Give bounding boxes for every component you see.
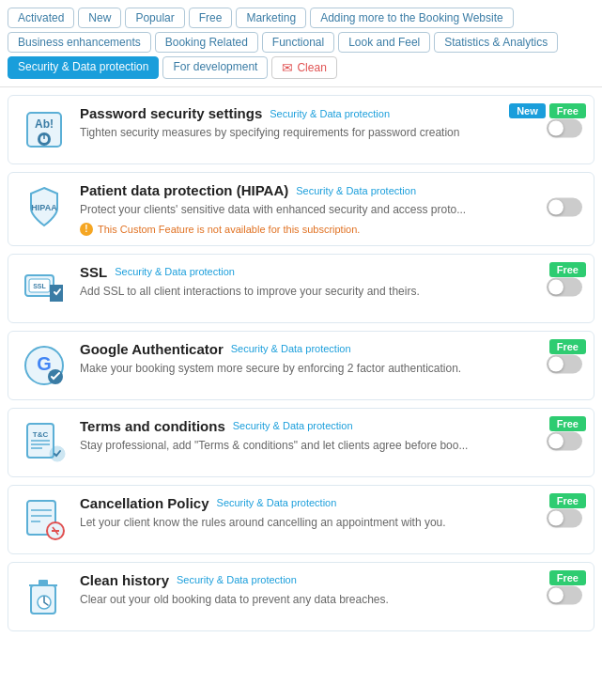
category-ssl: Security & Data protection: [115, 266, 235, 277]
filter-adding-more[interactable]: Adding more to the Booking Website: [310, 8, 514, 28]
desc-google: Make your booking system more secure by …: [80, 361, 545, 377]
badge-free: Free: [549, 103, 586, 118]
clean-history-icon: [20, 572, 69, 621]
svg-text:G: G: [37, 353, 52, 374]
filter-marketing[interactable]: Marketing: [236, 8, 306, 28]
card-content-ssl: SSL Security & Data protection Add SSL t…: [80, 264, 582, 300]
title-clean: Clean history: [80, 572, 169, 588]
toggle-switch-patient[interactable]: [547, 198, 582, 217]
title-row-google: Google Authenticator Security & Data pro…: [80, 341, 545, 357]
feature-list: New Free Ab! Password security settings …: [0, 87, 602, 639]
title-row-patient: Patient data protection (HIPAA) Security…: [80, 182, 545, 198]
badge-new: New: [509, 103, 546, 118]
toggle-switch-google[interactable]: [547, 354, 582, 373]
toggle-switch-cancellation[interactable]: [547, 508, 582, 527]
svg-rect-26: [39, 580, 48, 585]
title-ssl: SSL: [80, 264, 107, 280]
category-cancellation: Security & Data protection: [217, 497, 337, 508]
warning-icon-patient: !: [80, 223, 93, 236]
feature-card-password-security: New Free Ab! Password security settings …: [8, 95, 594, 164]
warning-text-patient: This Custom Feature is not available for…: [98, 224, 360, 235]
title-terms: Terms and conditions: [80, 418, 225, 434]
card-body-terms: T&C Terms and conditions Security & Data…: [20, 418, 582, 467]
title-password: Password security settings: [80, 105, 262, 121]
toggle-password[interactable]: [547, 119, 582, 141]
svg-text:HIPAA: HIPAA: [31, 203, 57, 212]
card-body-clean: Clean history Security & Data protection…: [20, 572, 582, 621]
card-body-password: Ab! Password security settings Security …: [20, 105, 582, 154]
title-row-ssl: SSL Security & Data protection: [80, 264, 545, 280]
filter-development[interactable]: For development: [162, 56, 268, 79]
desc-patient: Protect your clients' sensitive data wit…: [80, 202, 545, 218]
badge-free-ssl: Free: [549, 262, 586, 277]
feature-card-clean-history: Free Clean history Security & Data prote…: [8, 562, 594, 631]
desc-password: Tighten security measures by specifying …: [80, 125, 545, 141]
card-content-patient: Patient data protection (HIPAA) Security…: [80, 182, 582, 236]
toggle-switch-password[interactable]: [547, 119, 582, 138]
filter-new[interactable]: New: [78, 8, 121, 28]
filter-business[interactable]: Business enhancements: [8, 32, 151, 53]
badge-free-cancellation: Free: [549, 493, 586, 508]
filter-look-feel[interactable]: Look and Feel: [338, 32, 430, 53]
card-body-ssl: SSL SSL Security & Data protection Add S…: [20, 264, 582, 313]
badge-free-terms: Free: [549, 416, 586, 431]
warning-patient: ! This Custom Feature is not available f…: [80, 223, 545, 236]
filter-row-3: Security & Data protection For developme…: [8, 56, 594, 79]
title-row-cancellation: Cancellation Policy Security & Data prot…: [80, 495, 545, 511]
filter-bar: Activated New Popular Free Marketing Add…: [0, 0, 602, 87]
title-row-clean: Clean history Security & Data protection: [80, 572, 545, 588]
desc-terms: Stay professional, add "Terms & conditio…: [80, 438, 545, 454]
card-body-patient: HIPAA Patient data protection (HIPAA) Se…: [20, 182, 582, 236]
toggle-cancellation[interactable]: [547, 508, 582, 530]
title-row-password: Password security settings Security & Da…: [80, 105, 545, 121]
badge-row-password: New Free: [509, 103, 586, 118]
badge-row-clean: Free: [549, 570, 586, 585]
filter-security[interactable]: Security & Data protection: [8, 56, 159, 79]
category-clean: Security & Data protection: [177, 574, 297, 585]
password-icon: Ab!: [20, 105, 69, 154]
google-auth-icon: G: [20, 341, 69, 390]
title-patient: Patient data protection (HIPAA): [80, 182, 288, 198]
svg-text:Ab!: Ab!: [35, 117, 54, 131]
toggle-switch-ssl[interactable]: [547, 277, 582, 296]
filter-row-1: Activated New Popular Free Marketing Add…: [8, 8, 594, 28]
feature-card-terms: Free T&C Terms and conditions Security &…: [8, 408, 594, 477]
filter-statistics[interactable]: Statistics & Analytics: [434, 32, 558, 53]
clean-icon: ✉: [282, 60, 293, 75]
toggle-google[interactable]: [547, 354, 582, 376]
cancellation-icon: [20, 495, 69, 544]
card-body-google: G Google Authenticator Security & Data p…: [20, 341, 582, 390]
filter-booking-related[interactable]: Booking Related: [155, 32, 258, 53]
badge-row-cancellation: Free: [549, 493, 586, 508]
toggle-ssl[interactable]: [547, 277, 582, 299]
category-terms: Security & Data protection: [233, 420, 353, 431]
card-content-password: Password security settings Security & Da…: [80, 105, 582, 141]
category-google: Security & Data protection: [231, 343, 351, 354]
filter-activated[interactable]: Activated: [8, 8, 74, 28]
filter-popular[interactable]: Popular: [125, 8, 184, 28]
toggle-switch-terms[interactable]: [547, 431, 582, 450]
toggle-terms[interactable]: [547, 431, 582, 453]
hipaa-icon: HIPAA: [20, 182, 69, 231]
card-content-terms: Terms and conditions Security & Data pro…: [80, 418, 582, 454]
title-cancellation: Cancellation Policy: [80, 495, 209, 511]
toggle-patient[interactable]: [547, 198, 582, 220]
feature-card-ssl: Free SSL SSL Security & Data protection …: [8, 254, 594, 323]
card-content-google: Google Authenticator Security & Data pro…: [80, 341, 582, 377]
toggle-switch-clean[interactable]: [547, 585, 582, 604]
toggle-clean[interactable]: [547, 585, 582, 607]
filter-functional[interactable]: Functional: [262, 32, 334, 53]
feature-card-patient-data: HIPAA Patient data protection (HIPAA) Se…: [8, 172, 594, 246]
feature-card-google-auth: Free G Google Authenticator Security & D…: [8, 331, 594, 400]
filter-free[interactable]: Free: [189, 8, 233, 28]
title-row-terms: Terms and conditions Security & Data pro…: [80, 418, 545, 434]
desc-cancellation: Let your client know the rules around ca…: [80, 515, 545, 531]
desc-ssl: Add SSL to all client interactions to im…: [80, 284, 545, 300]
desc-clean: Clear out your old booking data to preve…: [80, 592, 545, 608]
category-patient: Security & Data protection: [296, 185, 416, 196]
category-password: Security & Data protection: [270, 108, 390, 119]
filter-clean[interactable]: ✉ Clean: [271, 56, 336, 79]
ssl-icon: SSL: [20, 264, 69, 313]
badge-free-google: Free: [549, 339, 586, 354]
card-content-cancellation: Cancellation Policy Security & Data prot…: [80, 495, 582, 531]
